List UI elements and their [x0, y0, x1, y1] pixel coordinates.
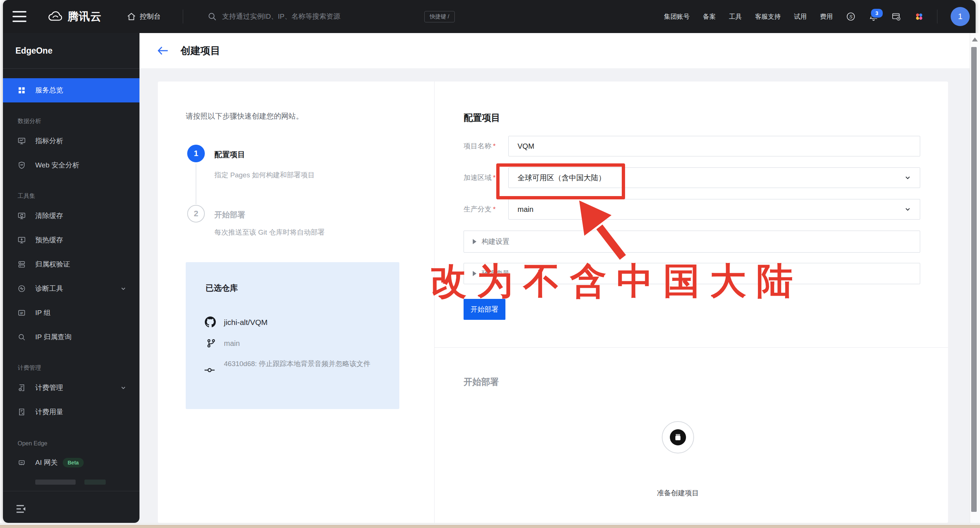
search-placeholder: 支持通过实例ID、IP、名称等搜索资源 — [222, 12, 340, 21]
beta-badge: Beta — [63, 458, 83, 467]
grid-icon — [18, 86, 26, 94]
deploy-status-text: 准备创建项目 — [623, 488, 733, 498]
nav-item-trial[interactable]: 试用 — [794, 12, 807, 21]
sidebar-divider — [3, 491, 140, 491]
cloud-logo-icon — [48, 10, 63, 23]
sidebar-item-label: 指标分析 — [35, 136, 63, 146]
sidebar-item-diagnostic-tools[interactable]: 诊断工具 — [3, 276, 140, 301]
console-settings-icon[interactable] — [891, 12, 901, 21]
magnifier-icon — [18, 333, 26, 341]
console-label: 控制台 — [140, 12, 161, 21]
collapse-sidebar-icon[interactable] — [16, 504, 26, 514]
repo-commit-message: 46310d68: 停止跟踪本地背景音频并忽略该文件 — [224, 357, 381, 370]
nav-divider — [937, 10, 937, 24]
top-navbar: 腾讯云 控制台 支持通过实例ID、IP、名称等搜索资源 快捷键 / 集团账号 备… — [3, 0, 975, 33]
project-name-label: 项目名称* — [464, 141, 495, 151]
sidebar-item-web-security[interactable]: Web 安全分析 — [3, 153, 140, 177]
ai-assistant-icon[interactable] — [914, 12, 924, 21]
svg-text:S: S — [850, 14, 853, 19]
step-1-desc: 指定 Pages 如何构建和部署项目 — [214, 171, 315, 180]
servers-icon — [18, 260, 26, 268]
sidebar-item-metrics[interactable]: 指标分析 — [3, 129, 140, 153]
deploy-section-title: 开始部署 — [464, 376, 499, 388]
sidebar-item-label: Web 安全分析 — [35, 161, 79, 170]
repo-name: jichi-alt/VQM — [224, 318, 267, 327]
sidebar-item-billing-usage[interactable]: 计费用量 — [3, 400, 140, 424]
build-settings-collapsible[interactable]: 构建设置 — [464, 231, 920, 253]
search-icon — [207, 12, 217, 21]
sidebar-item-ip-group[interactable]: IP IP 组 — [3, 301, 140, 325]
sidebar-item-label: 归属权验证 — [35, 260, 70, 269]
gateway-icon — [18, 459, 26, 467]
search-shortcut-badge: 快捷键 / — [424, 11, 455, 22]
diagnose-icon — [18, 285, 26, 293]
sidebar-item-label: 服务总览 — [35, 86, 63, 95]
monitor-chart-icon — [18, 137, 26, 145]
shield-icon — [18, 161, 26, 169]
console-link[interactable]: 控制台 — [127, 12, 161, 21]
sidebar: EdgeOne 服务总览 数据分析 指标分析 Web 安全分析 — [3, 33, 140, 523]
sidebar-item-ip-lookup[interactable]: IP 归属查询 — [3, 325, 140, 349]
nav-item-group-account[interactable]: 集团账号 — [664, 12, 690, 21]
triangle-right-icon — [473, 239, 476, 244]
form-title: 配置项目 — [464, 112, 500, 124]
scrollbar-thumb[interactable] — [971, 47, 977, 512]
sidebar-item-ai-gateway[interactable]: AI 网关 Beta — [3, 450, 140, 475]
git-commit-icon — [204, 366, 215, 375]
sidebar-partial-item — [35, 480, 106, 485]
annotation-highlight-rect — [496, 163, 625, 199]
sidebar-item-ownership-verification[interactable]: 归属权验证 — [3, 252, 140, 276]
sidebar-item-label: 清除缓存 — [35, 211, 63, 221]
sidebar-section-analytics: 数据分析 — [3, 102, 140, 129]
sidebar-item-prefetch-cache[interactable]: 预热缓存 — [3, 228, 140, 252]
project-name-input[interactable]: VQM — [508, 136, 920, 156]
sidebar-item-label: 预热缓存 — [35, 235, 63, 245]
nav-item-billing[interactable]: 费用 — [820, 12, 833, 21]
sidebar-section-open-edge: Open Edge — [3, 424, 140, 450]
nav-item-tools[interactable]: 工具 — [729, 12, 742, 21]
package-icon — [670, 429, 686, 445]
home-icon — [127, 12, 136, 21]
monitor-download-icon — [18, 236, 26, 244]
ticket-icon[interactable]: S — [846, 12, 856, 21]
billing-doc-icon — [18, 384, 26, 392]
user-avatar[interactable]: 1 — [951, 7, 970, 26]
monitor-refresh-icon — [18, 212, 26, 220]
nav-divider — [183, 10, 183, 24]
sidebar-item-label: 计费管理 — [35, 383, 63, 392]
tencent-cloud-logo[interactable]: 腾讯云 — [48, 9, 102, 24]
sidebar-item-purge-cache[interactable]: 清除缓存 — [3, 204, 140, 228]
chevron-down-icon — [904, 206, 911, 212]
hamburger-menu-icon[interactable] — [13, 11, 26, 22]
nav-item-support[interactable]: 客服支持 — [755, 12, 781, 21]
step-2-desc: 每次推送至该 Git 仓库时将自动部署 — [214, 228, 325, 237]
production-branch-select[interactable]: main — [508, 199, 920, 220]
sidebar-item-label: IP 归属查询 — [35, 332, 72, 342]
production-branch-label: 生产分支* — [464, 204, 495, 214]
section-divider — [434, 347, 948, 348]
back-button[interactable] — [157, 46, 169, 56]
page-title: 创建项目 — [181, 44, 220, 57]
page-header: 创建项目 — [140, 33, 975, 68]
sidebar-item-label: IP 组 — [35, 308, 51, 317]
project-name-value: VQM — [517, 142, 535, 150]
product-title: EdgeOne — [3, 33, 140, 69]
usage-doc-icon — [18, 408, 26, 416]
step-1-indicator: 1 — [187, 145, 205, 162]
sidebar-item-label: AI 网关 — [35, 458, 57, 467]
global-search[interactable]: 支持通过实例ID、IP、名称等搜索资源 快捷键 / — [198, 11, 455, 22]
sidebar-item-label: 计费用量 — [35, 407, 63, 417]
sidebar-section-billing: 计费管理 — [3, 349, 140, 376]
steps-intro: 请按照以下步骤快速创建您的网站。 — [186, 111, 303, 121]
brand-name: 腾讯云 — [68, 9, 102, 24]
sidebar-section-tools: 工具集 — [3, 177, 140, 204]
sidebar-item-overview[interactable]: 服务总览 — [3, 78, 140, 102]
notifications-button[interactable]: 3 — [869, 12, 878, 21]
sidebar-item-billing-management[interactable]: 计费管理 — [3, 376, 140, 400]
ip-badge-icon: IP — [18, 309, 26, 317]
step-2-title: 开始部署 — [214, 210, 245, 220]
nav-item-icp[interactable]: 备案 — [703, 12, 716, 21]
build-settings-label: 构建设置 — [482, 237, 509, 246]
scrollbar-up-arrow[interactable] — [972, 37, 978, 41]
step-connector — [196, 164, 196, 204]
